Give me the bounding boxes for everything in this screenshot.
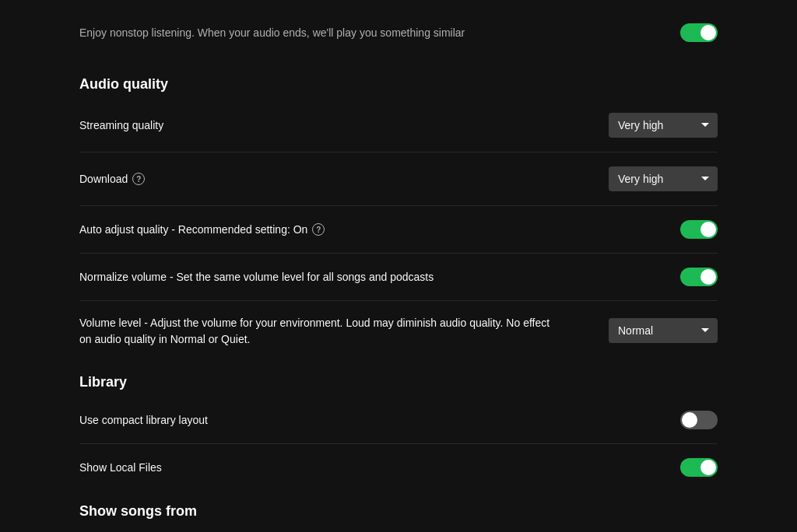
auto-adjust-row: Auto adjust quality - Recommended settin… <box>79 212 718 247</box>
show-local-files-toggle-knob <box>700 460 716 475</box>
normalize-toggle-track[interactable] <box>680 268 718 286</box>
divider-5 <box>79 443 718 444</box>
audio-quality-section: Audio quality Streaming quality Low Norm… <box>79 76 718 355</box>
auto-adjust-toggle[interactable] <box>680 220 718 239</box>
nonstop-toggle-track[interactable] <box>680 23 718 42</box>
streaming-quality-row: Streaming quality Low Normal High Very h… <box>79 105 718 145</box>
compact-layout-toggle-track[interactable] <box>680 411 718 429</box>
streaming-quality-select[interactable]: Low Normal High Very high Automatic <box>609 113 718 138</box>
download-row: Download ? Low Normal High Very high Aut… <box>79 159 718 199</box>
normalize-label: Normalize volume - Set the same volume l… <box>79 271 434 283</box>
divider-1 <box>79 152 718 152</box>
library-section: Library Use compact library layout Show … <box>79 374 718 485</box>
nonstop-row: Enjoy nonstop listening. When your audio… <box>79 16 718 58</box>
normalize-toggle[interactable] <box>680 268 718 286</box>
nonstop-toggle-knob <box>700 25 716 40</box>
library-title: Library <box>79 374 718 390</box>
divider-3 <box>79 253 718 254</box>
nonstop-toggle[interactable] <box>680 23 718 42</box>
auto-adjust-help-icon[interactable]: ? <box>312 223 325 236</box>
normalize-toggle-knob <box>700 269 716 285</box>
show-local-files-toggle-track[interactable] <box>680 458 718 477</box>
compact-layout-toggle[interactable] <box>680 411 718 429</box>
auto-adjust-label: Auto adjust quality - Recommended settin… <box>79 223 325 236</box>
show-songs-title: Show songs from <box>79 503 718 520</box>
normalize-row: Normalize volume - Set the same volume l… <box>79 260 718 294</box>
auto-adjust-toggle-knob <box>700 222 716 237</box>
download-label: Download ? <box>79 173 145 185</box>
download-help-icon[interactable]: ? <box>132 173 145 185</box>
show-songs-section: Show songs from Downloads My Music Add a… <box>79 503 718 532</box>
divider-2 <box>79 205 718 206</box>
divider-4 <box>79 300 718 301</box>
compact-layout-label: Use compact library layout <box>79 414 208 426</box>
show-local-files-row: Show Local Files <box>79 450 718 485</box>
nonstop-label: Enjoy nonstop listening. When your audio… <box>79 26 680 39</box>
volume-level-label: Volume level - Adjust the volume for you… <box>79 315 562 348</box>
auto-adjust-toggle-track[interactable] <box>680 220 718 239</box>
download-select[interactable]: Low Normal High Very high Automatic <box>609 166 718 191</box>
show-local-files-label: Show Local Files <box>79 461 162 474</box>
audio-quality-title: Audio quality <box>79 76 718 93</box>
volume-level-select[interactable]: Quiet Normal Loud <box>609 318 718 343</box>
compact-layout-row: Use compact library layout <box>79 403 718 437</box>
streaming-quality-label: Streaming quality <box>79 119 163 131</box>
compact-layout-toggle-knob <box>682 412 697 428</box>
volume-level-row: Volume level - Adjust the volume for you… <box>79 307 718 355</box>
show-local-files-toggle[interactable] <box>680 458 718 477</box>
